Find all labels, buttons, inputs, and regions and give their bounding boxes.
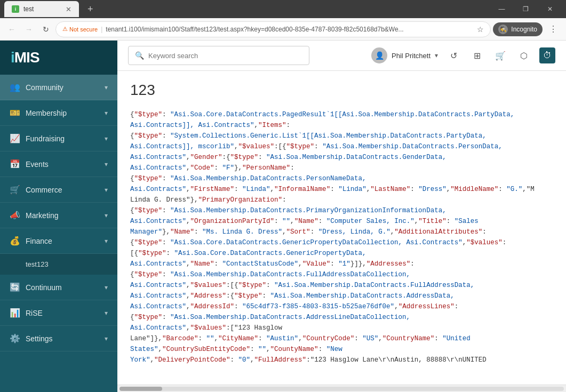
sidebar-item-continuum[interactable]: 🔄 Continuum ▾ <box>0 275 117 300</box>
sidebar-item-settings[interactable]: ⚙️ Settings ▾ <box>0 326 117 351</box>
community-label: Community <box>26 83 63 92</box>
scrollbar-thumb[interactable] <box>119 387 162 391</box>
grid-icon[interactable]: ⊞ <box>469 47 485 63</box>
sidebar-item-finance[interactable]: 💰 Finance ▾ <box>0 228 117 254</box>
user-name: Phil Pritchett <box>392 52 431 60</box>
rise-icon: 📊 <box>10 308 20 318</box>
fundraising-icon: 📈 <box>10 133 20 143</box>
content-area: 🔍 👤 Phil Pritchett ▾ ↺ ⊞ 🛒 ⬡ ⏱ 123 {"$ty… <box>117 41 566 392</box>
marketing-label: Marketing <box>26 211 58 220</box>
cart-icon[interactable]: 🛒 <box>492 47 508 63</box>
sidebar-sub-item-test123[interactable]: test123 <box>0 254 117 275</box>
user-area: 👤 Phil Pritchett ▾ ↺ ⊞ 🛒 ⬡ ⏱ <box>371 47 555 63</box>
membership-label: Membership <box>26 109 67 117</box>
events-icon: 📅 <box>10 159 20 169</box>
close-button[interactable]: ✕ <box>538 0 562 18</box>
marketing-icon: 📣 <box>10 210 20 220</box>
rise-chevron-icon: ▾ <box>105 309 108 317</box>
commerce-label: Commerce <box>26 186 62 194</box>
window-controls: — ❐ ✕ <box>490 0 562 18</box>
url-text: tenant1.i100/imismain100/Staff/test123/t… <box>106 26 403 33</box>
address-bar[interactable]: ⚠ Not secure | tenant1.i100/imismain100/… <box>55 21 491 37</box>
scrollbar-track[interactable] <box>119 387 564 391</box>
warning-icon: ⚠ <box>62 26 68 33</box>
page-title: 123 <box>130 82 553 99</box>
user-chevron-icon: ▾ <box>435 52 438 59</box>
tab-title: test <box>23 5 34 13</box>
not-secure-text: Not secure <box>69 26 98 33</box>
finance-icon: 💰 <box>10 236 20 246</box>
nav-bar: ← → ↻ ⚠ Not secure | tenant1.i100/imisma… <box>0 18 566 41</box>
settings-chevron-icon: ▾ <box>105 335 108 342</box>
sidebar-item-events[interactable]: 📅 Events ▾ <box>0 151 117 177</box>
bookmark-icon[interactable]: ☆ <box>477 25 484 34</box>
events-chevron-icon: ▾ <box>105 161 108 168</box>
refresh-icon[interactable]: ↺ <box>445 47 461 63</box>
browser-menu-icon[interactable]: ⋮ <box>545 22 562 36</box>
sidebar-item-commerce[interactable]: 🛒 Commerce ▾ <box>0 177 117 203</box>
incognito-label: Incognito <box>511 26 537 33</box>
commerce-chevron-icon: ▾ <box>105 186 108 194</box>
community-icon: 👥 <box>10 82 20 92</box>
browser-title-bar: i test ✕ + — ❐ ✕ <box>0 0 566 18</box>
continuum-label: Continuum <box>26 283 62 292</box>
maximize-button[interactable]: ❐ <box>514 0 538 18</box>
minimize-button[interactable]: — <box>490 0 514 18</box>
sidebar-item-fundraising[interactable]: 📈 Fundraising ▾ <box>0 126 117 151</box>
avatar: 👤 <box>371 47 387 63</box>
community-chevron-icon: ▾ <box>105 84 108 91</box>
membership-chevron-icon: ▾ <box>105 109 108 117</box>
continuum-chevron-icon: ▾ <box>105 284 108 291</box>
browser-tab[interactable]: i test ✕ <box>4 1 79 17</box>
logo-area: iMIS <box>0 41 117 75</box>
back-button[interactable]: ← <box>4 22 19 37</box>
fundraising-label: Fundraising <box>26 134 65 143</box>
sidebar-item-community[interactable]: 👥 Community ▾ <box>0 75 117 100</box>
rise-label: RiSE <box>26 309 43 317</box>
marketing-chevron-icon: ▾ <box>105 212 108 219</box>
commerce-icon: 🛒 <box>10 185 20 195</box>
app-container: iMIS 👥 Community ▾ 🎫 Membership ▾ 📈 Fund… <box>0 41 566 392</box>
top-bar: 🔍 👤 Phil Pritchett ▾ ↺ ⊞ 🛒 ⬡ ⏱ <box>117 41 566 71</box>
app-logo: iMIS <box>11 49 39 66</box>
finance-label: Finance <box>26 237 52 245</box>
search-input[interactable] <box>148 52 302 60</box>
finance-chevron-icon: ▾ <box>105 237 108 245</box>
search-icon: 🔍 <box>135 51 144 60</box>
security-warning: ⚠ Not secure <box>62 26 98 33</box>
tab-close-icon[interactable]: ✕ <box>66 5 71 13</box>
reload-button[interactable]: ↻ <box>38 22 53 37</box>
incognito-button[interactable]: 🕵 Incognito <box>493 22 543 36</box>
forward-button[interactable]: → <box>21 22 36 37</box>
events-label: Events <box>26 160 49 169</box>
main-content: 123 {"$type": "Asi.Soa.Core.DataContract… <box>117 71 566 385</box>
user-profile[interactable]: 👤 Phil Pritchett ▾ <box>371 47 438 63</box>
sub-item-label: test123 <box>26 260 49 268</box>
logo-i-letter: i <box>11 49 14 66</box>
timer-icon[interactable]: ⏱ <box>539 47 555 63</box>
settings-label: Settings <box>26 334 53 343</box>
settings-icon: ⚙️ <box>10 333 20 343</box>
sidebar: iMIS 👥 Community ▾ 🎫 Membership ▾ 📈 Fund… <box>0 41 117 392</box>
sidebar-item-membership[interactable]: 🎫 Membership ▾ <box>0 100 117 126</box>
external-link-icon[interactable]: ⬡ <box>516 47 532 63</box>
incognito-face-icon: 🕵 <box>498 25 508 34</box>
url-separator: | <box>101 26 102 33</box>
continuum-icon: 🔄 <box>10 282 20 292</box>
fundraising-chevron-icon: ▾ <box>105 135 108 142</box>
bottom-scrollbar[interactable] <box>117 385 566 392</box>
json-display: {"$type": "Asi.Soa.Core.DataContracts.Pa… <box>130 109 553 365</box>
sidebar-item-marketing[interactable]: 📣 Marketing ▾ <box>0 203 117 228</box>
membership-icon: 🎫 <box>10 108 20 118</box>
new-tab-button[interactable]: + <box>83 4 98 15</box>
tab-favicon: i <box>12 5 19 13</box>
sidebar-item-rise[interactable]: 📊 RiSE ▾ <box>0 300 117 326</box>
search-box[interactable]: 🔍 <box>128 46 309 65</box>
